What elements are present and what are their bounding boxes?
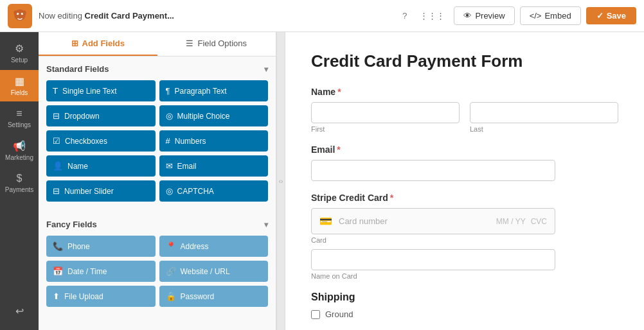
name-last-sublabel: Last xyxy=(470,125,618,133)
form-title: Credit Card Payment Form xyxy=(311,51,618,71)
payments-icon: $ xyxy=(17,173,22,184)
field-btn-multiple-choice[interactable]: ◎ Multiple Choice xyxy=(159,105,269,126)
preview-button[interactable]: 👁 Preview xyxy=(454,6,514,25)
stripe-required-star: * xyxy=(390,193,393,203)
field-btn-numbers[interactable]: # Numbers xyxy=(159,130,269,152)
numbers-icon: # xyxy=(166,136,170,146)
field-btn-website[interactable]: 🔗 Website / URL xyxy=(159,261,269,282)
stripe-label: Stripe Credit Card* xyxy=(311,193,618,203)
dropdown-icon: ⊟ xyxy=(53,111,60,121)
name-on-card-input[interactable] xyxy=(311,249,555,270)
sidebar-item-payments[interactable]: $ Payments xyxy=(0,168,39,198)
field-options-icon: ☰ xyxy=(186,39,193,48)
number-slider-icon: ⊟ xyxy=(53,186,60,196)
stripe-card-box[interactable]: 💳 Card number MM / YY CVC xyxy=(311,208,555,234)
resize-handle[interactable]: ‹› xyxy=(276,32,285,330)
fancy-collapse-arrow[interactable]: ▾ xyxy=(264,220,268,229)
code-icon: </> xyxy=(530,11,542,21)
name-input-row: First Last xyxy=(311,102,618,133)
app-logo xyxy=(8,4,32,28)
stripe-right-labels: MM / YY CVC xyxy=(496,217,547,226)
svg-point-4 xyxy=(22,10,26,15)
sidebar-item-setup[interactable]: ⚙ Setup xyxy=(0,37,39,69)
field-btn-address[interactable]: 📍 Address xyxy=(159,236,269,257)
field-btn-paragraph[interactable]: ¶ Paragraph Text xyxy=(159,80,269,101)
sidebar-item-marketing[interactable]: 📢 Marketing xyxy=(0,135,39,166)
email-input[interactable] xyxy=(311,160,555,181)
name-first-sublabel: First xyxy=(311,125,460,133)
field-btn-single-line[interactable]: 𝖳 Single Line Text xyxy=(46,80,156,101)
captcha-icon: ◎ xyxy=(166,186,173,196)
email-field-group: Email* xyxy=(311,144,618,181)
fields-panel: ⊞ Add Fields ☰ Field Options Standard Fi… xyxy=(39,32,276,330)
field-btn-file-upload[interactable]: ⬆ File Upload xyxy=(46,286,156,307)
email-label: Email* xyxy=(311,144,618,155)
name-icon: 👤 xyxy=(53,161,63,171)
ground-label: Ground xyxy=(325,309,353,319)
datetime-icon: 📅 xyxy=(53,266,63,276)
sidebar-item-history[interactable]: ↩ xyxy=(13,300,26,322)
tab-add-fields[interactable]: ⊞ Add Fields xyxy=(39,32,157,56)
field-btn-email[interactable]: ✉ Email xyxy=(159,155,269,177)
field-btn-number-slider[interactable]: ⊟ Number Slider xyxy=(46,180,156,202)
email-required-star: * xyxy=(337,144,340,155)
field-btn-name[interactable]: 👤 Name xyxy=(46,155,156,177)
mm-yy-label: MM / YY xyxy=(496,217,526,226)
standard-fields-grid: 𝖳 Single Line Text ¶ Paragraph Text ⊟ Dr… xyxy=(46,80,268,202)
name-first-input[interactable] xyxy=(311,102,460,123)
card-sublabel: Card xyxy=(311,236,618,244)
checkboxes-icon: ☑ xyxy=(53,136,60,146)
tab-field-options[interactable]: ☰ Field Options xyxy=(157,32,276,56)
sidebar-item-settings[interactable]: ≡ Settings xyxy=(0,103,39,134)
single-line-icon: 𝖳 xyxy=(53,86,58,96)
name-label: Name* xyxy=(311,87,618,97)
paragraph-icon: ¶ xyxy=(166,86,170,96)
eye-icon: 👁 xyxy=(463,11,472,21)
name-on-card-sublabel: Name on Card xyxy=(311,272,618,280)
save-button[interactable]: ✓ Save xyxy=(586,7,636,24)
name-last-input[interactable] xyxy=(470,102,618,123)
add-fields-icon: ⊞ xyxy=(71,39,78,48)
history-icon: ↩ xyxy=(15,305,24,317)
card-icon: 💳 xyxy=(319,215,332,227)
name-required-star: * xyxy=(337,87,341,97)
field-btn-checkboxes[interactable]: ☑ Checkboxes xyxy=(46,130,156,152)
name-field-group: Name* First Last xyxy=(311,87,618,133)
fields-icon: ▦ xyxy=(15,75,24,87)
stripe-field-group: Stripe Credit Card* 💳 Card number MM / Y… xyxy=(311,193,618,280)
embed-button[interactable]: </> Embed xyxy=(520,6,581,25)
field-btn-password[interactable]: 🔒 Password xyxy=(159,286,269,307)
standard-collapse-arrow[interactable]: ▾ xyxy=(264,65,268,74)
email-icon: ✉ xyxy=(166,161,173,171)
marketing-icon: 📢 xyxy=(13,140,26,152)
nav-bottom: ↩ xyxy=(13,300,26,330)
editing-title: Now editing Credit Card Payment... xyxy=(39,11,392,21)
ground-checkbox[interactable] xyxy=(311,310,320,319)
field-btn-phone[interactable]: 📞 Phone xyxy=(46,236,156,257)
field-btn-captcha[interactable]: ◎ CAPTCHA xyxy=(159,180,269,202)
nav-sidebar: ⚙ Setup ▦ Fields ≡ Settings 📢 Marketing … xyxy=(0,32,39,330)
standard-fields-section: Standard Fields ▾ 𝖳 Single Line Text ¶ P… xyxy=(39,56,276,212)
setup-icon: ⚙ xyxy=(15,42,24,55)
fancy-fields-section: Fancy Fields ▾ 📞 Phone 📍 Address 📅 Date … xyxy=(39,212,276,317)
card-number-placeholder: Card number xyxy=(339,216,490,226)
svg-point-3 xyxy=(13,10,17,15)
address-icon: 📍 xyxy=(166,241,176,251)
field-btn-dropdown[interactable]: ⊟ Dropdown xyxy=(46,105,156,126)
panel-tabs: ⊞ Add Fields ☰ Field Options xyxy=(39,32,276,56)
help-button[interactable]: ? xyxy=(398,7,411,24)
file-upload-icon: ⬆ xyxy=(53,291,60,301)
sidebar-item-fields[interactable]: ▦ Fields xyxy=(0,70,39,101)
name-last-col: Last xyxy=(470,102,618,133)
field-btn-datetime[interactable]: 📅 Date / Time xyxy=(46,261,156,282)
fancy-fields-grid: 📞 Phone 📍 Address 📅 Date / Time 🔗 Websit… xyxy=(46,236,268,307)
shipping-section: Shipping Ground xyxy=(311,291,618,319)
topbar: Now editing Credit Card Payment... ? ⋮⋮⋮… xyxy=(0,0,644,32)
password-icon: 🔒 xyxy=(166,291,176,301)
check-icon: ✓ xyxy=(596,11,604,21)
ground-checkbox-row: Ground xyxy=(311,309,618,319)
multiple-choice-icon: ◎ xyxy=(166,111,173,121)
grid-button[interactable]: ⋮⋮⋮ xyxy=(416,7,449,24)
fancy-fields-header: Fancy Fields ▾ xyxy=(46,220,268,229)
main-area: ⚙ Setup ▦ Fields ≡ Settings 📢 Marketing … xyxy=(0,32,644,330)
